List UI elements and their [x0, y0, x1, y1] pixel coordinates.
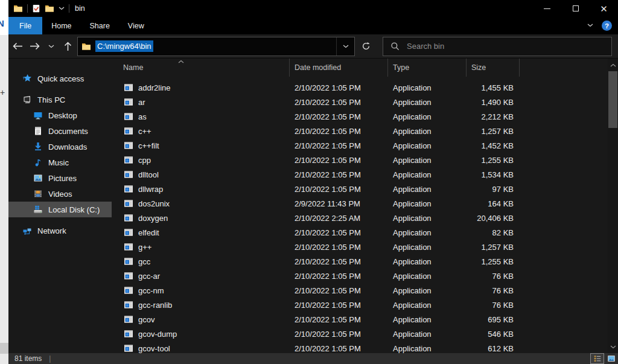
- file-type: Application: [388, 344, 467, 353]
- details-view-button[interactable]: [590, 353, 604, 364]
- file-date-modified: 2/10/2022 1:05 PM: [290, 330, 388, 339]
- application-file-icon: [124, 257, 133, 266]
- file-row[interactable]: gcc-ar 2/10/2022 1:05 PM Application 76 …: [112, 269, 618, 283]
- sidebar-item-desktop[interactable]: Desktop: [8, 107, 112, 123]
- file-row[interactable]: ar 2/10/2022 1:05 PM Application 1,490 K…: [112, 95, 618, 109]
- minimize-button[interactable]: [533, 0, 561, 17]
- sidebar-item-label: Videos: [48, 190, 72, 199]
- file-row[interactable]: gcov-dump 2/10/2022 1:05 PM Application …: [112, 327, 618, 341]
- file-rows: addr2line 2/10/2022 1:05 PM Application …: [112, 77, 618, 353]
- file-row[interactable]: c++filt 2/10/2022 1:05 PM Application 1,…: [112, 138, 618, 153]
- file-row[interactable]: cpp 2/10/2022 1:05 PM Application 1,255 …: [112, 153, 618, 167]
- scroll-down-button[interactable]: [608, 342, 618, 352]
- recent-locations-button[interactable]: [44, 39, 59, 54]
- column-header-name[interactable]: Name: [112, 59, 290, 77]
- column-header-date-modified[interactable]: Date modified: [290, 59, 388, 77]
- address-bar[interactable]: C:\mingw64\bin: [77, 37, 355, 56]
- sidebar-item-downloads[interactable]: Downloads: [8, 139, 112, 155]
- help-button[interactable]: ?: [602, 21, 612, 31]
- sidebar-item-label: Quick access: [37, 74, 84, 83]
- ribbon-tab-bar: File Home Share View ?: [8, 17, 618, 34]
- application-file-icon: [124, 271, 133, 281]
- tab-view[interactable]: View: [119, 17, 153, 34]
- file-row[interactable]: gcc-ranlib 2/10/2022 1:05 PM Application…: [112, 298, 618, 312]
- sidebar-item-local-disk-c[interactable]: Local Disk (C:): [8, 202, 112, 217]
- file-row[interactable]: dos2unix 2/9/2022 11:43 PM Application 1…: [112, 196, 618, 211]
- file-size: 1,255 KB: [467, 257, 520, 266]
- qat-customize-chevron-icon[interactable]: [59, 7, 65, 10]
- sidebar-item-pictures[interactable]: Pictures: [8, 170, 112, 186]
- file-size: 1,255 KB: [467, 156, 520, 165]
- column-header-size[interactable]: Size: [467, 59, 520, 77]
- file-row[interactable]: dlltool 2/10/2022 1:05 PM Application 1,…: [112, 167, 618, 182]
- explorer-screen: N + bin ✕ File Home Share: [0, 0, 618, 364]
- new-folder-icon[interactable]: [45, 4, 54, 13]
- close-button[interactable]: ✕: [590, 0, 618, 17]
- application-file-icon: [124, 228, 133, 237]
- sidebar-item-videos[interactable]: Videos: [8, 186, 112, 202]
- column-header-row: Name Date modified Type Size: [112, 59, 618, 77]
- properties-check-icon[interactable]: [32, 4, 40, 13]
- scroll-up-button[interactable]: [608, 60, 618, 70]
- file-type: Application: [388, 272, 467, 281]
- sidebar-item-this-pc[interactable]: This PC: [8, 92, 112, 107]
- file-name: gcc: [138, 257, 150, 266]
- file-date-modified: 2/10/2022 1:05 PM: [290, 98, 388, 107]
- file-row[interactable]: dllwrap 2/10/2022 1:05 PM Application 97…: [112, 182, 618, 196]
- file-size: 82 KB: [467, 228, 520, 237]
- address-dropdown-button[interactable]: [336, 37, 354, 56]
- file-type: Application: [388, 112, 467, 121]
- file-row[interactable]: elfedit 2/10/2022 1:05 PM Application 82…: [112, 225, 618, 240]
- star-icon: [22, 74, 32, 83]
- maximize-icon: [573, 5, 579, 11]
- file-row[interactable]: c++ 2/10/2022 1:05 PM Application 1,257 …: [112, 124, 618, 138]
- sidebar-item-label: Downloads: [48, 142, 87, 152]
- background-glyph: N: [0, 18, 4, 28]
- file-row[interactable]: gcov-tool 2/10/2022 1:05 PM Application …: [112, 341, 618, 353]
- refresh-button[interactable]: [355, 37, 377, 56]
- tab-home[interactable]: Home: [42, 17, 80, 34]
- file-type: Application: [388, 286, 467, 295]
- sidebar-item-documents[interactable]: Documents: [8, 123, 112, 139]
- expand-ribbon-chevron-icon[interactable]: [587, 24, 594, 28]
- file-name: gcc-ranlib: [138, 301, 172, 310]
- vertical-scrollbar[interactable]: [608, 59, 618, 353]
- application-file-icon: [124, 199, 133, 208]
- sidebar-item-quick-access[interactable]: Quick access: [8, 71, 112, 86]
- file-date-modified: 2/10/2022 2:25 AM: [290, 214, 388, 223]
- back-button[interactable]: [11, 39, 25, 54]
- tab-file[interactable]: File: [8, 17, 42, 34]
- download-icon: [33, 142, 43, 152]
- scrollbar-thumb[interactable]: [608, 71, 617, 128]
- sidebar-item-label: Desktop: [48, 111, 77, 120]
- search-box[interactable]: Search bin: [383, 37, 612, 56]
- file-row[interactable]: as 2/10/2022 1:05 PM Application 2,212 K…: [112, 109, 618, 124]
- file-row[interactable]: addr2line 2/10/2022 1:05 PM Application …: [112, 80, 618, 95]
- file-row[interactable]: g++ 2/10/2022 1:05 PM Application 1,257 …: [112, 240, 618, 254]
- maximize-button[interactable]: [561, 0, 590, 17]
- music-icon: [33, 158, 43, 167]
- column-header-type[interactable]: Type: [388, 59, 467, 77]
- sidebar-item-music[interactable]: Music: [8, 155, 112, 170]
- file-row[interactable]: doxygen 2/10/2022 2:25 AM Application 20…: [112, 211, 618, 225]
- forward-button[interactable]: [27, 39, 42, 54]
- file-size: 546 KB: [467, 330, 520, 339]
- file-row[interactable]: gcc-nm 2/10/2022 1:05 PM Application 76 …: [112, 283, 618, 298]
- file-date-modified: 2/10/2022 1:05 PM: [290, 127, 388, 136]
- file-date-modified: 2/10/2022 1:05 PM: [290, 344, 388, 353]
- sidebar-item-network[interactable]: Network: [8, 223, 112, 238]
- file-type: Application: [388, 301, 467, 310]
- up-button[interactable]: [60, 39, 75, 54]
- large-icons-view-button[interactable]: [604, 353, 618, 364]
- file-row[interactable]: gcov 2/10/2022 1:05 PM Application 695 K…: [112, 312, 618, 327]
- file-name: as: [138, 112, 147, 121]
- address-path-selected-text[interactable]: C:\mingw64\bin: [95, 40, 153, 52]
- application-file-icon: [124, 286, 133, 295]
- tab-share[interactable]: Share: [81, 17, 119, 34]
- sort-ascending-chevron-icon: [178, 60, 184, 63]
- file-type: Application: [388, 83, 467, 92]
- sidebar-item-label: This PC: [37, 95, 65, 104]
- file-row[interactable]: gcc 2/10/2022 1:05 PM Application 1,255 …: [112, 254, 618, 269]
- explorer-window: bin ✕ File Home Share View ?: [8, 0, 618, 364]
- window-controls: ✕: [533, 0, 618, 17]
